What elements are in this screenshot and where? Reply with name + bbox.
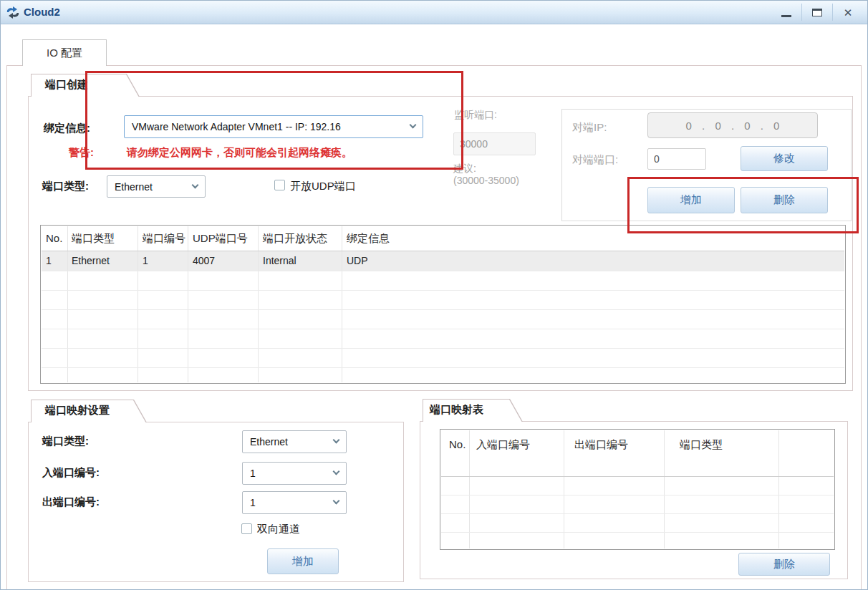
peer-port-input[interactable]: 0 (647, 148, 706, 170)
cell-udp-port: 4007 (193, 255, 215, 266)
row-divider (441, 532, 834, 533)
minimize-icon (781, 15, 791, 17)
in-port-label: 入端口编号: (42, 466, 100, 480)
group-port-create-title: 端口创建 (45, 78, 88, 92)
row-divider (42, 309, 844, 310)
annotation-rect-add-delete (627, 177, 859, 233)
add-mapping-button[interactable]: 增加 (267, 548, 339, 574)
listen-port-input[interactable]: 30000 (453, 132, 536, 155)
peer-ip-value: 0 . 0 . 0 . 0 (647, 112, 818, 138)
group-mapping-table-tab: 端口映射表 (423, 399, 523, 422)
cell-port-no: 1 (143, 255, 148, 266)
binding-label: 绑定信息: (44, 122, 90, 135)
table-row-highlight (42, 251, 844, 271)
udp-port-checkbox[interactable] (274, 180, 285, 190)
port-type-select[interactable]: Ethernet (107, 175, 206, 198)
udp-port-checkbox-label: 开放UDP端口 (290, 180, 356, 193)
group-mapping-table-title: 端口映射表 (430, 403, 483, 417)
cell-no: 1 (46, 255, 52, 266)
window-title: Cloud2 (24, 6, 60, 18)
column-divider (778, 430, 779, 548)
column-divider (188, 226, 188, 382)
tab-io-config[interactable]: IO 配置 (22, 39, 107, 66)
row-divider (42, 271, 844, 271)
chevron-down-icon (333, 498, 340, 505)
group-mapping-settings-tab: 端口映射设置 (31, 400, 147, 422)
col-header-binding: 绑定信息 (347, 232, 390, 246)
col-header-port-type: 端口类型 (680, 438, 723, 452)
column-divider (342, 226, 342, 382)
header-divider (441, 476, 834, 477)
delete-mapping-button[interactable]: 删除 (738, 553, 830, 576)
col-header-no: No. (449, 438, 466, 450)
bidirectional-checkbox[interactable] (241, 523, 252, 534)
col-header-port-no: 端口编号 (143, 232, 185, 246)
modify-button[interactable]: 修改 (741, 146, 828, 171)
suggest-range: (30000-35000) (453, 175, 519, 186)
chevron-down-icon (333, 437, 340, 444)
annotation-rect-binding (85, 71, 463, 170)
col-header-in-port: 入端口编号 (476, 438, 530, 452)
row-divider (42, 367, 844, 368)
out-port-label: 出端口编号: (42, 495, 100, 509)
map-port-type-select[interactable]: Ethernet (242, 430, 347, 453)
minimize-button[interactable] (771, 1, 801, 24)
maximize-icon (812, 9, 822, 16)
row-divider (42, 329, 844, 329)
cell-open-state: Internal (263, 255, 296, 266)
column-divider (469, 430, 470, 548)
app-cloud-icon (5, 6, 21, 19)
col-header-open-state: 端口开放状态 (263, 232, 327, 246)
mapping-table: No. 入端口编号 出端口编号 端口类型 (440, 429, 835, 550)
port-type-select-value: Ethernet (115, 181, 153, 193)
col-header-no: No. (46, 232, 62, 244)
out-port-value: 1 (250, 497, 256, 508)
peer-ip-label: 对端IP: (572, 121, 607, 135)
row-divider (441, 495, 834, 495)
ports-table: No. 端口类型 端口编号 UDP端口号 端口开放状态 绑定信息 1 Ether… (40, 225, 846, 384)
window-controls: ✕ (771, 1, 863, 24)
in-port-value: 1 (250, 468, 256, 479)
column-divider (138, 226, 138, 382)
column-divider (664, 430, 665, 548)
window-titlebar: Cloud2 ✕ (1, 1, 867, 24)
out-port-select[interactable]: 1 (242, 491, 347, 514)
row-divider (42, 348, 844, 349)
close-icon: ✕ (844, 7, 853, 18)
chevron-down-icon (333, 468, 340, 475)
cell-port-type: Ethernet (72, 255, 110, 266)
column-divider (67, 226, 68, 382)
map-port-type-label: 端口类型: (42, 435, 89, 448)
col-header-port-type: 端口类型 (72, 232, 115, 246)
column-divider (258, 226, 259, 382)
cell-binding: UDP (347, 255, 368, 266)
col-header-udp-port: UDP端口号 (193, 232, 248, 246)
cloud-config-window: Cloud2 ✕ IO 配置 端口创建 绑定信息: VMware Network… (0, 0, 868, 590)
column-divider (564, 430, 564, 548)
peer-port-label: 对端端口: (572, 153, 618, 167)
row-divider (441, 513, 834, 514)
row-divider (42, 290, 844, 291)
port-type-label: 端口类型: (42, 180, 89, 193)
maximize-button[interactable] (802, 1, 832, 24)
close-button[interactable]: ✕ (833, 1, 863, 24)
header-divider (42, 251, 844, 251)
in-port-select[interactable]: 1 (242, 462, 347, 485)
chevron-down-icon (192, 181, 199, 188)
map-port-type-value: Ethernet (250, 436, 288, 448)
group-mapping-settings-title: 端口映射设置 (45, 404, 110, 417)
col-header-out-port: 出端口编号 (574, 438, 628, 452)
bidirectional-checkbox-label: 双向通道 (257, 523, 300, 536)
